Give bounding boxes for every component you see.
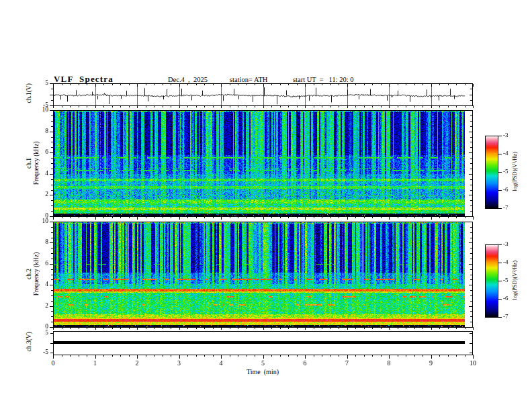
tick bbox=[314, 355, 314, 357]
tick bbox=[53, 105, 54, 108]
tick bbox=[263, 355, 264, 359]
time-axis-label: Time (min) bbox=[222, 369, 303, 375]
tick bbox=[498, 317, 502, 318]
tick bbox=[280, 355, 281, 357]
tick bbox=[398, 216, 398, 218]
tick bbox=[62, 327, 62, 329]
tick bbox=[439, 327, 440, 329]
colorbar-1 bbox=[485, 136, 498, 208]
tick bbox=[51, 147, 53, 148]
tick bbox=[280, 84, 281, 85]
tick bbox=[470, 295, 472, 296]
tick bbox=[406, 355, 406, 357]
tick bbox=[288, 327, 289, 329]
tick bbox=[50, 285, 53, 285]
tick bbox=[469, 216, 472, 217]
tick bbox=[79, 84, 79, 85]
tick bbox=[431, 84, 432, 87]
figure-station: station= ATH bbox=[230, 77, 267, 84]
figure-start-ut: start UT = 11: 20: 0 bbox=[293, 77, 354, 84]
tick bbox=[129, 84, 130, 85]
tick bbox=[163, 84, 163, 85]
tick bbox=[171, 216, 171, 218]
tick-label: 10 bbox=[28, 218, 48, 225]
tick bbox=[364, 327, 365, 329]
tick bbox=[154, 327, 154, 329]
tick bbox=[470, 269, 472, 270]
tick bbox=[51, 311, 53, 312]
tick bbox=[213, 355, 214, 357]
tick bbox=[305, 327, 306, 330]
tick bbox=[305, 216, 306, 220]
tick bbox=[179, 84, 180, 87]
tick bbox=[470, 163, 472, 164]
tick bbox=[473, 84, 474, 87]
tick bbox=[103, 84, 104, 85]
tick bbox=[146, 355, 146, 357]
tick bbox=[297, 105, 298, 107]
tick bbox=[137, 327, 138, 330]
tick bbox=[470, 185, 472, 185]
tick bbox=[314, 216, 314, 218]
tick bbox=[414, 84, 415, 85]
tick bbox=[120, 327, 121, 329]
tick bbox=[70, 327, 71, 329]
tick-label: -4 bbox=[503, 150, 518, 156]
tick bbox=[163, 355, 163, 357]
tick bbox=[112, 216, 113, 218]
tick bbox=[171, 105, 171, 107]
tick bbox=[50, 242, 53, 243]
tick bbox=[470, 333, 472, 334]
tick bbox=[263, 216, 264, 220]
tick bbox=[297, 216, 298, 218]
tick bbox=[364, 216, 365, 218]
tick-label: 3 bbox=[171, 360, 187, 367]
tick bbox=[288, 216, 289, 218]
tick bbox=[50, 306, 53, 307]
tick bbox=[103, 327, 104, 329]
tick bbox=[347, 355, 348, 359]
tick bbox=[406, 327, 406, 329]
tick bbox=[51, 232, 53, 233]
tick bbox=[470, 105, 472, 106]
tick-label: 2 bbox=[129, 360, 145, 367]
tick bbox=[330, 355, 331, 357]
tick bbox=[51, 211, 53, 212]
tick bbox=[364, 84, 365, 85]
tick bbox=[347, 327, 348, 330]
tick bbox=[322, 216, 322, 218]
tick bbox=[355, 355, 356, 357]
tick bbox=[163, 105, 163, 107]
tick bbox=[498, 263, 502, 263]
tick bbox=[53, 216, 54, 220]
tick bbox=[498, 208, 502, 209]
tick bbox=[381, 355, 382, 357]
tick-label: 1 bbox=[87, 360, 103, 367]
tick bbox=[469, 327, 472, 328]
tick bbox=[146, 327, 146, 329]
tick bbox=[423, 105, 423, 107]
tick bbox=[470, 275, 472, 275]
tick bbox=[204, 84, 205, 85]
tick bbox=[187, 105, 188, 107]
tick bbox=[51, 269, 53, 270]
tick bbox=[473, 355, 474, 359]
tick bbox=[247, 327, 247, 329]
tick bbox=[51, 126, 53, 127]
tick bbox=[470, 89, 472, 89]
tick bbox=[50, 195, 53, 195]
tick bbox=[439, 355, 440, 357]
tick bbox=[51, 89, 53, 89]
tick bbox=[448, 355, 449, 357]
tick-label: 6 bbox=[28, 261, 48, 267]
tick bbox=[51, 248, 53, 248]
tick bbox=[51, 100, 53, 101]
tick bbox=[406, 216, 406, 218]
tick bbox=[62, 84, 62, 85]
tick bbox=[498, 244, 502, 245]
tick bbox=[187, 84, 188, 85]
tick bbox=[470, 322, 472, 322]
tick-label: -4 bbox=[503, 259, 518, 265]
tick bbox=[414, 355, 415, 357]
ch1-waveform-plot bbox=[53, 83, 465, 105]
